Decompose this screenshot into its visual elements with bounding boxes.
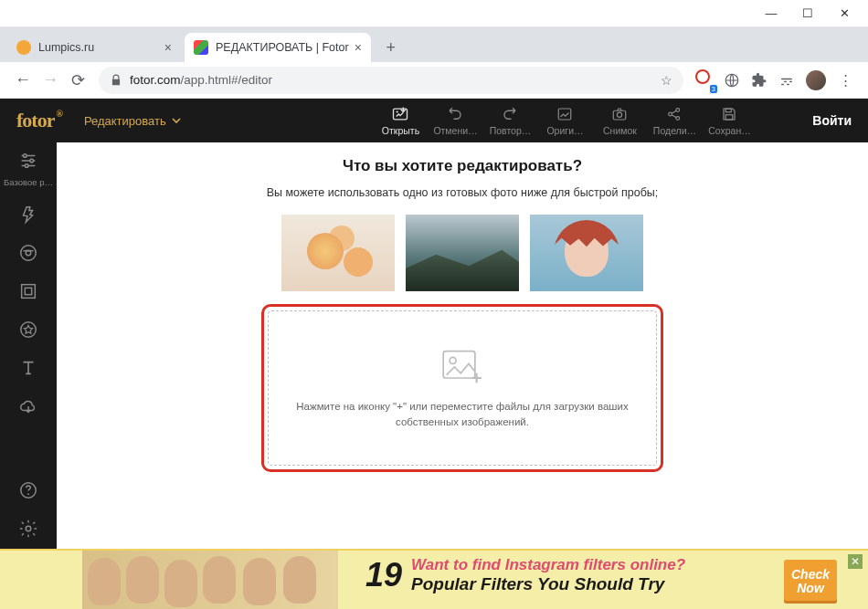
toolbar-save-button[interactable]: Сохран…	[704, 105, 755, 136]
extension-globe-icon[interactable]	[718, 67, 746, 94]
sidebar-stickers-icon[interactable]	[17, 319, 39, 341]
toolbar-undo-button[interactable]: Отмени…	[429, 105, 481, 136]
top-toolbar: Открыть Отмени… Повтор… Ориги… Снимок По…	[318, 105, 813, 136]
nav-forward-button[interactable]: →	[37, 67, 64, 94]
favicon-icon	[16, 40, 31, 55]
app-header: fotor® Редактировать Открыть Отмени… Пов…	[0, 99, 868, 142]
upload-dropzone[interactable]: Нажмите на иконку "+" или переместите фа…	[268, 310, 657, 466]
tab-close-icon[interactable]: ×	[355, 40, 362, 55]
dropzone-text: Нажмите на иконку "+" или переместите фа…	[269, 399, 656, 431]
svg-rect-16	[22, 285, 36, 299]
tab-title: РЕДАКТИРОВАТЬ | Fotor	[216, 41, 349, 54]
new-tab-button[interactable]: +	[378, 35, 404, 60]
sidebar-cloud-icon[interactable]	[17, 395, 39, 417]
url-host: fotor.com	[130, 73, 181, 87]
window-maximize-button[interactable]: ☐	[789, 3, 826, 25]
window-titlebar: — ☐ ✕	[0, 0, 868, 27]
ad-headline-1: Want to find Instagram filters online?	[411, 556, 685, 574]
edit-mode-dropdown[interactable]: Редактировать	[84, 114, 181, 128]
favicon-icon	[194, 40, 208, 55]
sidebar-adjust-label: Базовое р…	[4, 177, 53, 187]
sidebar-effects-icon[interactable]	[17, 204, 39, 226]
add-image-icon	[439, 346, 486, 386]
sidebar-settings-icon[interactable]	[17, 518, 39, 540]
image-icon	[556, 105, 574, 123]
login-button[interactable]: Войти	[812, 113, 852, 128]
svg-point-13	[25, 164, 28, 168]
svg-rect-17	[25, 288, 31, 294]
browser-menu-button[interactable]: ⋮	[831, 67, 859, 94]
extension-music-icon[interactable]	[773, 67, 800, 94]
svg-point-12	[30, 159, 34, 163]
svg-point-20	[27, 493, 29, 495]
ad-headline-2: Popular Filters You Should Try	[411, 574, 685, 594]
lock-icon	[110, 74, 122, 87]
url-input[interactable]: fotor.com/app.html#/editor ☆	[99, 67, 683, 94]
browser-tab-fotor[interactable]: РЕДАКТИРОВАТЬ | Fotor ×	[185, 33, 371, 62]
toolbar-open-button[interactable]: Открыть	[375, 105, 426, 136]
panel-title: Что вы хотите редактировать?	[75, 157, 850, 175]
sidebar-beauty-icon[interactable]	[17, 242, 39, 264]
svg-rect-9	[726, 109, 732, 112]
profile-avatar[interactable]	[806, 70, 826, 90]
browser-address-bar: ← → ⟳ fotor.com/app.html#/editor ☆ 3 ⋮	[0, 62, 868, 99]
ad-banner[interactable]: ✕ 19 Want to find Instagram filters onli…	[0, 549, 868, 609]
ad-cta-button[interactable]: CheckNow	[784, 560, 837, 604]
sidebar-text-icon[interactable]	[17, 357, 39, 379]
extensions-puzzle-icon[interactable]	[746, 67, 773, 94]
browser-tab-lumpics[interactable]: Lumpics.ru ×	[7, 33, 181, 62]
share-icon	[665, 105, 683, 123]
svg-point-21	[26, 526, 31, 531]
ad-image	[82, 551, 338, 609]
app-body: Базовое р… Что вы хотите редакт	[0, 142, 868, 549]
svg-point-14	[21, 246, 37, 261]
bookmark-star-icon[interactable]: ☆	[661, 73, 672, 88]
sample-image-portrait[interactable]	[530, 215, 643, 291]
open-icon	[391, 105, 409, 123]
svg-rect-10	[726, 115, 734, 120]
toolbar-share-button[interactable]: Подели…	[649, 105, 700, 136]
sidebar-frames-icon[interactable]	[17, 280, 39, 302]
sidebar-adjust-icon[interactable]	[17, 150, 39, 172]
svg-point-5	[618, 112, 622, 117]
nav-back-button[interactable]: ←	[9, 67, 37, 94]
sidebar-help-icon[interactable]	[17, 479, 39, 501]
chevron-down-icon	[172, 116, 181, 125]
left-sidebar: Базовое р…	[0, 142, 57, 549]
url-path: /app.html#/editor	[181, 73, 273, 87]
sample-image-donuts[interactable]	[281, 215, 395, 291]
toolbar-redo-button[interactable]: Повтор…	[484, 105, 535, 136]
svg-point-11	[24, 154, 27, 158]
panel-subtitle: Вы можете использовать одно из готовых ф…	[75, 184, 850, 202]
camera-icon	[610, 105, 629, 123]
ad-number: 19	[365, 556, 402, 594]
browser-tab-strip: Lumpics.ru × РЕДАКТИРОВАТЬ | Fotor × +	[0, 27, 868, 62]
highlight-annotation: Нажмите на иконку "+" или переместите фа…	[261, 304, 663, 472]
toolbar-snapshot-button[interactable]: Снимок	[594, 105, 645, 136]
window-minimize-button[interactable]: —	[753, 3, 789, 25]
nav-reload-button[interactable]: ⟳	[64, 67, 91, 94]
window-close-button[interactable]: ✕	[826, 3, 863, 25]
save-icon	[720, 105, 738, 123]
main-canvas-panel: Что вы хотите редактировать? Вы можете и…	[57, 142, 868, 549]
svg-point-23	[450, 357, 456, 363]
sample-thumbnails	[75, 215, 850, 291]
sample-image-mountains[interactable]	[406, 215, 519, 291]
redo-icon	[501, 105, 519, 123]
svg-point-2	[397, 110, 398, 112]
extension-adblock-icon[interactable]: 3	[691, 67, 718, 94]
ad-close-button[interactable]: ✕	[848, 554, 863, 569]
tab-close-icon[interactable]: ×	[164, 40, 172, 55]
undo-icon	[446, 105, 464, 123]
svg-rect-3	[559, 109, 572, 120]
toolbar-original-button[interactable]: Ориги…	[539, 105, 590, 136]
tab-title: Lumpics.ru	[38, 41, 159, 54]
fotor-logo[interactable]: fotor®	[16, 109, 62, 132]
